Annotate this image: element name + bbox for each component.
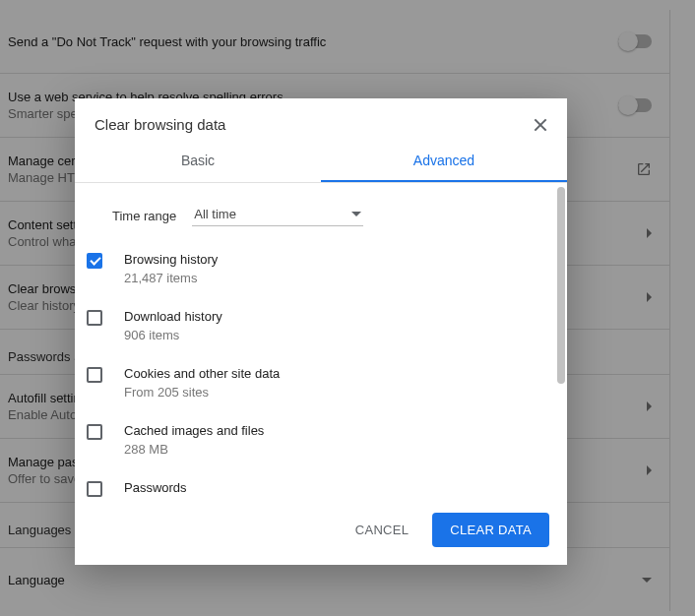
option-download-history[interactable]: Download history 906 items [112,309,547,342]
close-icon[interactable] [534,118,547,132]
checkbox[interactable] [87,310,102,326]
option-label: Download history [124,309,222,324]
time-range-value: All time [194,207,236,221]
checkbox[interactable] [87,367,102,383]
option-label: Cookies and other site data [124,366,280,381]
dialog-scrollbar[interactable] [555,185,567,498]
option-sublabel: 906 items [124,328,222,342]
option-sublabel: 21,487 items [124,271,218,285]
time-range-select[interactable]: All time [192,205,363,226]
tab-advanced[interactable]: Advanced [321,141,567,182]
option-cache[interactable]: Cached images and files 288 MB [112,423,547,457]
dialog-header: Clear browsing data [75,98,567,141]
clear-data-options: Browsing history 21,487 items Download h… [112,252,547,498]
option-cookies[interactable]: Cookies and other site data From 205 sit… [112,366,547,400]
checkbox[interactable] [87,253,102,269]
option-sublabel: From 205 sites [124,385,280,400]
dialog-footer: CANCEL CLEAR DATA [75,498,567,565]
dialog-body: Time range All time Browsing history 21,… [75,183,567,498]
clear-data-button[interactable]: CLEAR DATA [432,513,549,547]
dialog-title: Clear browsing data [95,116,225,133]
time-range-label: Time range [112,209,176,223]
clear-browsing-data-dialog: Clear browsing data Basic Advanced Time … [75,98,567,565]
option-browsing-history[interactable]: Browsing history 21,487 items [112,252,547,285]
dropdown-icon [351,212,361,216]
tab-basic[interactable]: Basic [75,141,321,182]
option-passwords[interactable]: Passwords 138 passwords (synced) [112,480,547,498]
checkbox[interactable] [87,481,102,497]
cancel-button[interactable]: CANCEL [346,515,419,545]
option-label: Cached images and files [124,423,264,438]
checkbox[interactable] [87,424,102,440]
option-label: Browsing history [124,252,218,267]
option-sublabel: 288 MB [124,442,264,457]
dialog-tabs: Basic Advanced [75,141,567,183]
scrollbar-thumb[interactable] [557,187,565,384]
time-range-row: Time range All time [112,205,547,226]
option-label: Passwords [124,480,263,495]
